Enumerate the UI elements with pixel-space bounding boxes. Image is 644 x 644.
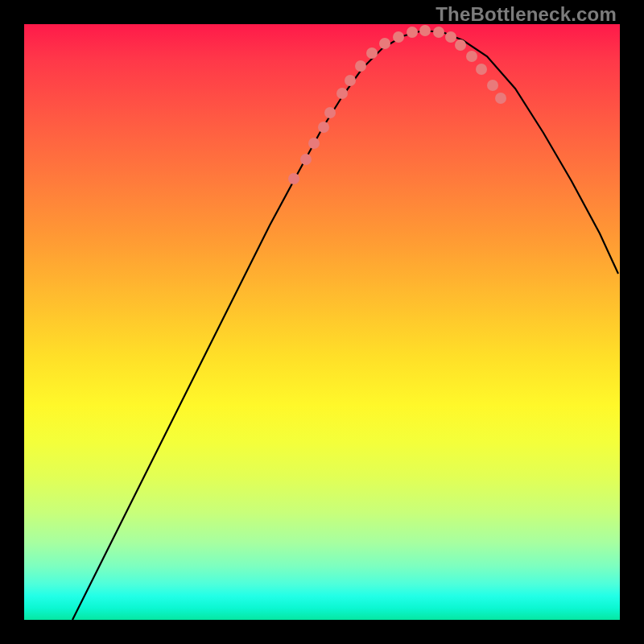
marker-dot [419,25,431,36]
marker-dot [288,173,299,184]
marker-dot [318,122,329,133]
watermark-text: TheBottleneck.com [436,3,617,26]
marker-dot [455,39,466,51]
marker-dot [433,27,444,38]
marker-dot [393,31,404,43]
marker-dot [324,107,336,118]
marker-dot [487,80,498,91]
marker-group [288,25,506,184]
marker-dot [379,38,390,49]
marker-dot [466,51,477,62]
marker-dot [345,75,356,86]
marker-dot [407,27,418,38]
marker-dot [300,154,312,165]
marker-dot [495,93,506,104]
marker-dot [336,88,348,99]
marker-dot [445,31,456,43]
marker-dot [476,64,487,75]
marker-dot [308,138,320,149]
curve-path [72,31,618,620]
marker-dot [366,47,378,59]
chart-svg [24,24,620,620]
marker-dot [355,60,366,72]
